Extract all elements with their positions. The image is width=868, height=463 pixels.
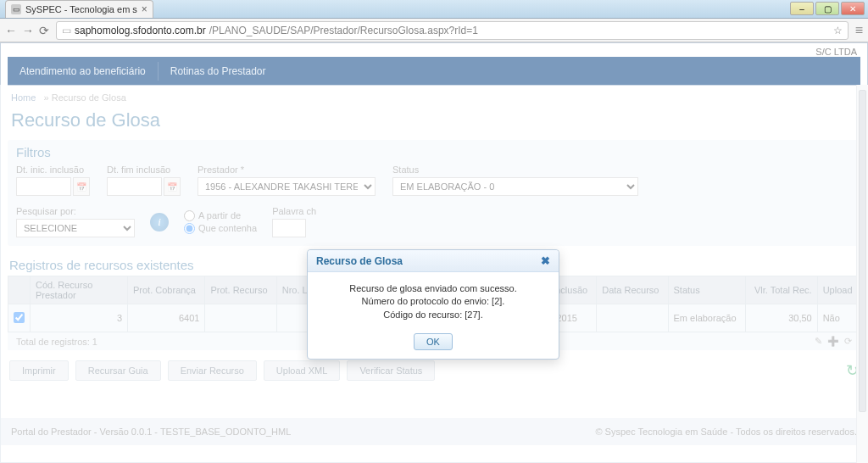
modal-close-icon[interactable]: ✖	[541, 254, 550, 267]
browser-toolbar: ← → ⟳ ▭ saphomolog.sfodonto.com.br/PLANO…	[0, 19, 868, 42]
menu-icon[interactable]: ≡	[855, 23, 863, 38]
tab-close-icon[interactable]: ×	[142, 3, 147, 15]
menu-rotinas[interactable]: Rotinas do Prestador	[159, 62, 278, 81]
back-button[interactable]: ←	[5, 24, 17, 37]
modal-ok-button[interactable]: OK	[414, 333, 453, 350]
menu-atendimento[interactable]: Atendimento ao beneficiário	[8, 62, 159, 81]
window-minimize-button[interactable]: –	[790, 2, 814, 15]
page-icon: ▭	[62, 25, 71, 36]
bookmark-icon[interactable]: ☆	[833, 25, 843, 36]
modal-header: Recurso de Glosa ✖	[308, 250, 559, 272]
browser-tab[interactable]: ▭ SySPEC - Tecnologia em s ×	[5, 0, 153, 18]
forward-button[interactable]: →	[22, 24, 34, 37]
address-bar[interactable]: ▭ saphomolog.sfodonto.com.br/PLANO_SAUDE…	[56, 21, 849, 40]
window-maximize-button[interactable]: ▢	[815, 2, 839, 15]
url-path: /PLANO_SAUDE/SAP/Prestador/RecursoGlosa.…	[209, 25, 478, 36]
modal-dialog: Recurso de Glosa ✖ Recurso de glosa envi…	[307, 249, 559, 360]
window-close-button[interactable]: ✕	[841, 2, 865, 15]
main-menu: Atendimento ao beneficiário Rotinas do P…	[8, 57, 860, 86]
company-name: S/C LTDA	[1, 43, 867, 57]
browser-titlebar: ▭ SySPEC - Tecnologia em s × – ▢ ✕	[0, 0, 868, 19]
tab-title: SySPEC - Tecnologia em s	[25, 4, 137, 14]
modal-title: Recurso de Glosa	[316, 255, 403, 267]
favicon-icon: ▭	[11, 4, 21, 14]
modal-line2: Número do protocolo do envio: [2].	[316, 295, 550, 308]
modal-line1: Recurso de glosa enviado com sucesso.	[316, 282, 550, 295]
modal-body: Recurso de glosa enviado com sucesso. Nú…	[308, 272, 559, 328]
url-domain: saphomolog.sfodonto.com.br	[75, 25, 206, 36]
modal-line3: Código do recurso: [27].	[316, 309, 550, 321]
reload-button[interactable]: ⟳	[39, 24, 49, 37]
